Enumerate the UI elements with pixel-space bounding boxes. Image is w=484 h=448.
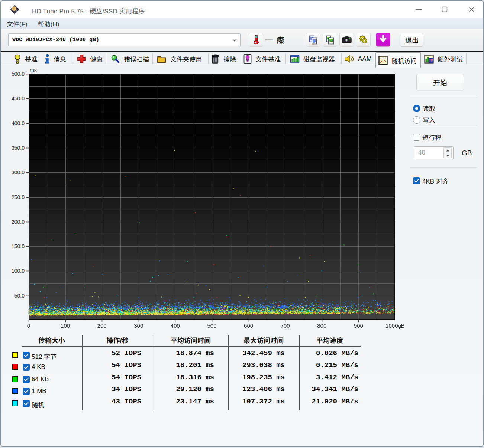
tab-info[interactable]: 信息 [45,52,66,65]
legend-swatch [12,376,18,382]
temperature-button[interactable] [249,33,263,47]
tab-label: 文件基准 [255,54,281,64]
maximize-icon [441,6,449,13]
tab-extra-tests[interactable]: 额外测试 [424,52,463,65]
x-tick-label: 100 [61,322,70,329]
menu-file[interactable]: 文件(F) [7,18,28,29]
align-checkbox[interactable] [413,177,420,184]
radio-dot [415,107,418,110]
series-checkbox[interactable] [23,388,30,395]
close-icon [468,6,475,13]
cell-ops: 52 IOPS [112,349,141,357]
menubar: 文件(F) 帮助(H) [1,18,483,29]
titlebar: HD Tune Pro 5.75 - 硬盘/SSD 实用程序 [1,1,483,18]
window-title: HD Tune Pro 5.75 - 硬盘/SSD 实用程序 [32,6,145,15]
read-radio-row[interactable]: 读取 [413,104,435,113]
y-tick-label: 250.0 [4,194,25,200]
cell-avg: 23.147 ms [176,397,214,406]
tab-separator [374,54,374,64]
cell-max: 342.459 ms [242,349,285,357]
erase-icon [211,54,220,64]
series-label: 4 KB [32,363,45,371]
tab-error-scan[interactable]: 错误扫描 [110,52,149,65]
check-icon [24,365,29,369]
tab-label: 文件夹使用 [170,54,202,64]
legend-swatch [12,388,18,394]
short-stroke-row[interactable]: 短行程 [413,133,441,142]
close-button[interactable] [459,1,483,18]
cell-ops: 54 IOPS [112,361,141,369]
short-stroke-checkbox[interactable] [413,134,420,141]
read-radio[interactable] [413,105,420,112]
menu-help[interactable]: 帮助(H) [38,18,59,29]
copy-text-button[interactable] [306,33,320,47]
separator [410,97,477,97]
check-icon [24,389,29,393]
tab-erase[interactable]: 擦除 [211,52,236,65]
cell-max: 107.372 ms [242,397,285,406]
exit-button[interactable]: 退出 [401,33,423,47]
table-header: 最大访问时间 [243,335,284,345]
tab-label: 额外测试 [438,54,463,64]
tab-benchmark[interactable]: 基准 [14,52,38,65]
capacity-spin-up[interactable] [443,147,452,153]
legend-swatch [12,400,18,406]
minimize-icon [415,6,423,13]
x-tick-label: 700 [281,322,290,329]
thermometer-icon [252,35,261,45]
x-tick-label: 900 [354,322,363,329]
gears-icon [358,35,369,45]
options-button[interactable] [356,33,371,47]
save-results-button[interactable] [376,33,390,47]
y-tick-label: 500.0 [4,71,25,77]
y-tick-label: 50.0 [4,293,25,299]
tab-random-access[interactable]: 随机访问 [375,52,421,68]
screenshot-button[interactable] [339,33,354,47]
table-header: 操作/秒 [106,335,128,345]
copy-image-button[interactable] [323,33,337,47]
write-radio[interactable] [413,116,420,124]
copy-text-icon [309,35,318,45]
screen: { "window": { "title": "HD Tune Pro 5.75… [0,0,484,448]
tab-separator [74,54,74,64]
benchmark-icon [14,54,21,64]
y-tick-label: 150.0 [4,243,25,249]
tab-separator [241,54,241,64]
tab-separator [42,54,42,64]
series-checkbox[interactable] [23,400,30,407]
table-header: 平均速度 [316,335,343,345]
tab-folder-usage[interactable]: 文件夹使用 [157,52,202,65]
tab-aam[interactable]: AAM [344,52,372,65]
write-radio-row[interactable]: 写入 [413,115,435,124]
drive-selector[interactable]: WDC WD10JPCX-24U (1000 gB) [8,33,241,46]
maximize-button[interactable] [433,1,456,18]
legend-swatch [12,364,18,370]
capacity-spinner [443,147,452,158]
cell-ops: 54 IOPS [112,373,141,382]
tab-file-benchmark[interactable]: 文件基准 [243,52,281,65]
cell-avg: 29.120 ms [176,385,214,393]
copy-image-icon [325,35,335,45]
series-checkbox[interactable] [23,376,30,383]
cell-max: 123.406 ms [242,385,285,393]
read-radio-label: 读取 [423,104,435,113]
start-button[interactable]: 开始 [416,74,464,90]
tab-disk-monitor[interactable]: 磁盘监视器 [290,52,335,65]
series-checkbox[interactable] [23,364,30,371]
tab-separator [106,54,106,64]
x-tick-label: 500 [207,322,216,329]
align-row[interactable]: 4KB 对齐 [413,176,449,185]
y-tick-label: 200.0 [4,219,25,225]
y-tick-label: 100.0 [4,268,25,274]
series-checkbox[interactable] [23,352,30,359]
info-icon [45,54,50,64]
capacity-spin-down[interactable] [443,153,452,158]
cell-speed: 0.026 MB/s [316,349,358,357]
minimize-button[interactable] [407,1,430,18]
tab-health[interactable]: 健康 [77,52,103,65]
spin-down-icon [446,155,449,157]
disk-monitor-icon [290,55,300,64]
capacity-input[interactable]: 40 [414,146,454,159]
tab-label: 磁盘监视器 [303,54,335,64]
cell-speed: 3.412 MB/s [316,373,358,382]
